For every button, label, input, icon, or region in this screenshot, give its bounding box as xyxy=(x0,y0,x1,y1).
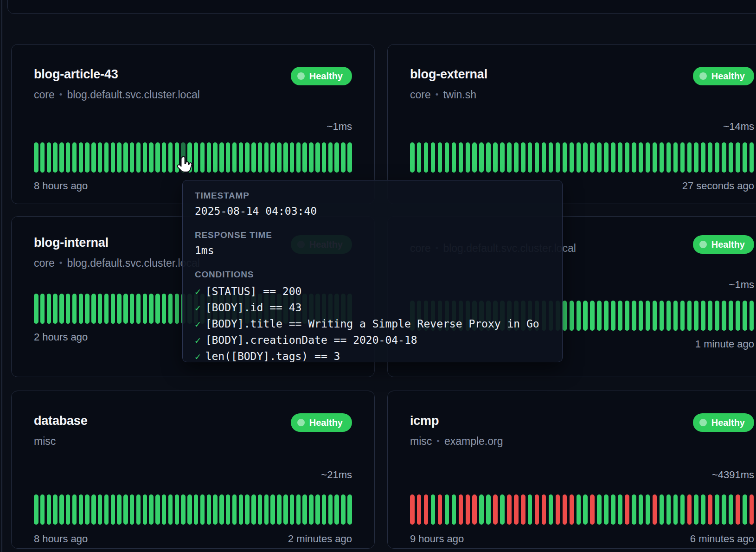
uptime-bar[interactable] xyxy=(493,142,498,173)
uptime-bar[interactable] xyxy=(625,494,629,525)
uptime-bar[interactable] xyxy=(226,142,231,173)
uptime-bar[interactable] xyxy=(590,301,595,331)
uptime-bar[interactable] xyxy=(438,494,442,525)
uptime-bar[interactable] xyxy=(694,142,698,173)
uptime-bar[interactable] xyxy=(341,494,346,525)
uptime-bar[interactable] xyxy=(528,494,532,525)
uptime-bar[interactable] xyxy=(528,142,532,173)
uptime-bar[interactable] xyxy=(673,142,678,173)
uptime-bar[interactable] xyxy=(750,142,754,173)
uptime-bar[interactable] xyxy=(583,142,588,173)
uptime-bar[interactable] xyxy=(47,294,51,324)
uptime-bar[interactable] xyxy=(556,494,560,525)
uptime-bar[interactable] xyxy=(334,142,339,173)
uptime-bar[interactable] xyxy=(729,301,733,331)
uptime-bar[interactable] xyxy=(687,301,692,331)
service-card-database[interactable]: database misc• Healthy ~21ms 8 hours ago… xyxy=(11,391,375,549)
uptime-bar[interactable] xyxy=(104,494,109,525)
uptime-bar[interactable] xyxy=(549,494,553,525)
uptime-bar[interactable] xyxy=(85,494,90,525)
uptime-bar[interactable] xyxy=(155,294,160,324)
uptime-bar[interactable] xyxy=(162,142,167,173)
uptime-bar[interactable] xyxy=(296,494,301,525)
uptime-bar[interactable] xyxy=(232,142,237,173)
uptime-bar[interactable] xyxy=(625,301,629,331)
uptime-bar[interactable] xyxy=(181,494,186,525)
uptime-bar[interactable] xyxy=(175,142,179,173)
uptime-bar[interactable] xyxy=(639,301,643,331)
uptime-bar[interactable] xyxy=(168,294,173,324)
uptime-bar[interactable] xyxy=(98,294,103,324)
uptime-bar[interactable] xyxy=(98,142,103,173)
uptime-bar[interactable] xyxy=(542,494,546,525)
uptime-bar[interactable] xyxy=(123,142,128,173)
uptime-bar[interactable] xyxy=(604,494,609,525)
uptime-bar[interactable] xyxy=(168,494,173,525)
uptime-bar[interactable] xyxy=(618,301,622,331)
uptime-bar[interactable] xyxy=(328,142,333,173)
uptime-bar[interactable] xyxy=(245,142,250,173)
uptime-bar[interactable] xyxy=(264,142,269,173)
uptime-bar[interactable] xyxy=(410,494,415,525)
uptime-bar[interactable] xyxy=(40,294,45,324)
uptime-bar[interactable] xyxy=(445,142,449,173)
uptime-bar[interactable] xyxy=(347,142,352,173)
uptime-bar[interactable] xyxy=(53,142,58,173)
uptime-bar[interactable] xyxy=(219,494,224,525)
uptime-bar[interactable] xyxy=(334,494,339,525)
uptime-bar[interactable] xyxy=(347,494,352,525)
uptime-bar[interactable] xyxy=(722,494,726,525)
uptime-bar[interactable] xyxy=(431,494,436,525)
uptime-bar[interactable] xyxy=(175,494,179,525)
uptime-bar[interactable] xyxy=(611,301,615,331)
uptime-bar[interactable] xyxy=(162,494,167,525)
uptime-bar[interactable] xyxy=(701,494,705,525)
uptime-bar[interactable] xyxy=(750,494,754,525)
uptime-bar[interactable] xyxy=(187,142,192,173)
uptime-bar[interactable] xyxy=(59,294,64,324)
uptime-bar[interactable] xyxy=(590,142,595,173)
uptime-bar[interactable] xyxy=(34,294,38,324)
uptime-bar[interactable] xyxy=(315,142,320,173)
uptime-bar[interactable] xyxy=(577,142,581,173)
uptime-bar[interactable] xyxy=(514,494,519,525)
uptime-bar[interactable] xyxy=(680,142,685,173)
uptime-bar[interactable] xyxy=(466,142,470,173)
uptime-bar[interactable] xyxy=(283,494,288,525)
uptime-bar[interactable] xyxy=(34,494,38,525)
uptime-bar[interactable] xyxy=(277,494,282,525)
uptime-bar[interactable] xyxy=(123,494,128,525)
uptime-bar[interactable] xyxy=(701,301,705,331)
uptime-bar[interactable] xyxy=(646,494,650,525)
uptime-bar[interactable] xyxy=(341,142,346,173)
uptime-bar[interactable] xyxy=(283,142,288,173)
uptime-bar[interactable] xyxy=(722,142,726,173)
uptime-bar[interactable] xyxy=(563,301,567,331)
uptime-bar[interactable] xyxy=(251,494,256,525)
uptime-bar[interactable] xyxy=(258,494,263,525)
uptime-bar[interactable] xyxy=(563,142,567,173)
uptime-bar[interactable] xyxy=(47,142,51,173)
uptime-bar[interactable] xyxy=(130,294,135,324)
uptime-bar[interactable] xyxy=(315,494,320,525)
uptime-bar[interactable] xyxy=(660,142,664,173)
uptime-bar[interactable] xyxy=(701,142,705,173)
uptime-bar[interactable] xyxy=(722,301,726,331)
uptime-bar[interactable] xyxy=(715,142,719,173)
uptime-bar[interactable] xyxy=(653,494,657,525)
uptime-bar[interactable] xyxy=(277,142,282,173)
uptime-bar[interactable] xyxy=(322,142,327,173)
uptime-bar[interactable] xyxy=(130,494,135,525)
uptime-bar[interactable] xyxy=(570,494,574,525)
uptime-bar[interactable] xyxy=(66,494,70,525)
uptime-bar[interactable] xyxy=(486,494,491,525)
uptime-bar[interactable] xyxy=(91,294,96,324)
uptime-bar[interactable] xyxy=(194,494,199,525)
uptime-bar[interactable] xyxy=(40,494,45,525)
uptime-bar[interactable] xyxy=(563,494,567,525)
uptime-bar[interactable] xyxy=(47,494,51,525)
uptime-bar[interactable] xyxy=(85,142,90,173)
uptime-bar[interactable] xyxy=(162,294,167,324)
uptime-bar[interactable] xyxy=(245,494,250,525)
uptime-bar[interactable] xyxy=(117,294,122,324)
